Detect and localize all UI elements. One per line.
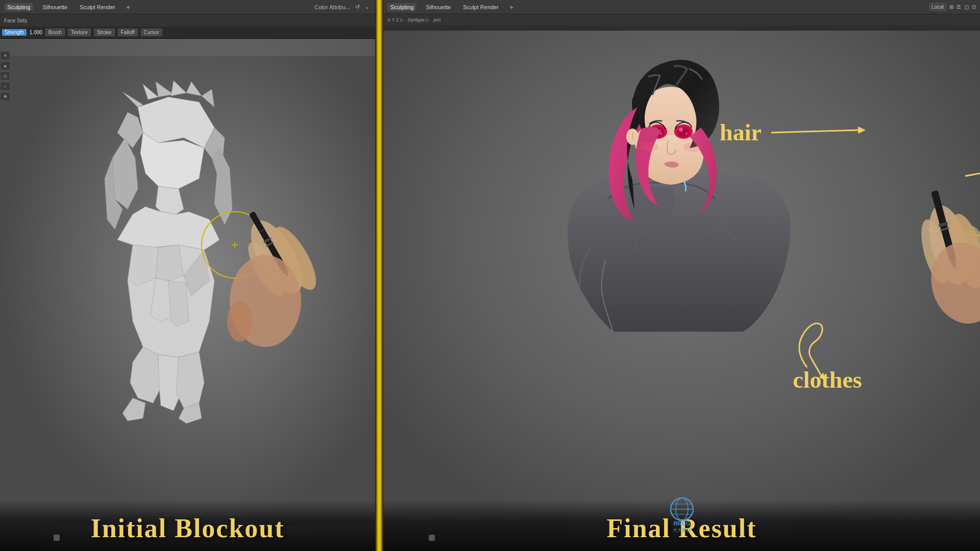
svg-point-51: [640, 142, 658, 152]
right-toolbar-row2: X Y Z ▷ Dyntype ▷ ject: [383, 14, 980, 26]
brush-btn[interactable]: Brush: [45, 29, 65, 36]
left-side-icons: ✦ ◈ ⊡ ⌂ ✤: [0, 51, 11, 101]
view-mode-select[interactable]: Local: [929, 3, 946, 11]
right-icon-3[interactable]: ◫: [964, 4, 969, 10]
right-scene: hair face neck cloth: [383, 31, 980, 551]
expand-icon[interactable]: ⌄: [363, 3, 371, 11]
right-add-button[interactable]: +: [508, 3, 515, 11]
left-toolbar-row1: Sculpting Silhouette Sculpt Render + Col…: [0, 0, 375, 14]
panel-divider: [375, 0, 383, 551]
right-icon-4[interactable]: ⊡: [972, 4, 976, 10]
svg-text:clothes: clothes: [793, 367, 862, 393]
right-gizmo-icons: X Y Z ▷: [387, 17, 404, 22]
left-toolbar-row3: Strength 1.000 Brush Texture Stroke Fall…: [0, 27, 375, 39]
right-character-svg: hair face neck cloth: [383, 31, 980, 551]
tool-icon-3[interactable]: ⊡: [0, 71, 10, 81]
right-tab-sculpt-render[interactable]: Sculpt Render: [460, 3, 502, 11]
falloff-btn[interactable]: Falloff: [118, 29, 138, 36]
right-panel: Sculpting Silhouette Sculpt Render + Loc…: [383, 0, 980, 551]
watermark: RRCG 大大素材: [656, 493, 707, 536]
svg-marker-17: [156, 245, 184, 281]
right-toolbar-row1: Sculpting Silhouette Sculpt Render + Loc…: [383, 0, 980, 14]
main-container: Sculpting Silhouette Sculpt Render + Col…: [0, 0, 980, 551]
right-tab-silhouette[interactable]: Silhouette: [423, 3, 454, 11]
right-icon-1[interactable]: ⊞: [949, 4, 953, 10]
left-indicator-dot: [54, 535, 60, 541]
left-panel: Sculpting Silhouette Sculpt Render + Col…: [0, 0, 375, 551]
svg-marker-21: [168, 281, 189, 327]
left-tab-sculpting[interactable]: Sculpting: [4, 3, 33, 11]
svg-text:hair: hair: [720, 119, 762, 145]
right-indicator-dot: [429, 535, 435, 541]
sculpt-character-svg: [0, 31, 375, 551]
right-toolbar: Sculpting Silhouette Sculpt Render + Loc…: [383, 0, 980, 31]
left-header-icons: Color Attribu... ↺ ⌄: [313, 3, 371, 11]
left-toolbar: Sculpting Silhouette Sculpt Render + Col…: [0, 0, 375, 31]
svg-point-49: [685, 133, 688, 135]
watermark-svg: RRCG 大大素材: [656, 493, 707, 534]
left-tab-sculpt-render[interactable]: Sculpt Render: [77, 3, 118, 11]
left-scene: Initial Blockout: [0, 31, 375, 551]
tool-icon-2[interactable]: ◈: [0, 61, 10, 70]
svg-point-47: [679, 128, 683, 132]
strength-value[interactable]: 1.000: [30, 30, 42, 35]
face-sets-label: Face Sets: [4, 18, 27, 23]
left-add-button[interactable]: +: [125, 3, 132, 11]
texture-btn[interactable]: Texture: [68, 29, 91, 36]
tool-icon-4[interactable]: ⌂: [0, 82, 10, 91]
svg-point-39: [227, 301, 253, 342]
right-object: ject: [433, 17, 440, 22]
left-tab-silhouette[interactable]: Silhouette: [39, 3, 70, 11]
tool-icon-1[interactable]: ✦: [0, 51, 10, 60]
color-attr-icon: ↺: [354, 3, 361, 11]
strength-badge: Strength: [2, 29, 27, 36]
right-icon-2[interactable]: ☰: [957, 4, 961, 10]
cursor-btn[interactable]: Cursor: [141, 29, 162, 36]
right-tab-sculpting[interactable]: Sculpting: [387, 3, 416, 11]
svg-text:RRCG: RRCG: [673, 520, 690, 527]
svg-point-52: [683, 142, 702, 152]
left-caption-text: Initial Blockout: [90, 513, 284, 543]
left-toolbar-row2: Face Sets: [0, 14, 375, 27]
tool-icon-5[interactable]: ✤: [0, 92, 10, 101]
svg-marker-24: [176, 352, 204, 408]
svg-text:大大素材: 大大素材: [673, 528, 691, 533]
right-header-icons: Local ⊞ ☰ ◫ ⊡: [929, 3, 976, 11]
color-attr-label: Color Attribu...: [313, 4, 352, 11]
right-dyntype: Dyntype ▷: [408, 17, 430, 22]
svg-point-48: [660, 133, 662, 135]
left-caption-bar: Initial Blockout: [0, 500, 375, 551]
stroke-btn[interactable]: Stroke: [94, 29, 115, 36]
